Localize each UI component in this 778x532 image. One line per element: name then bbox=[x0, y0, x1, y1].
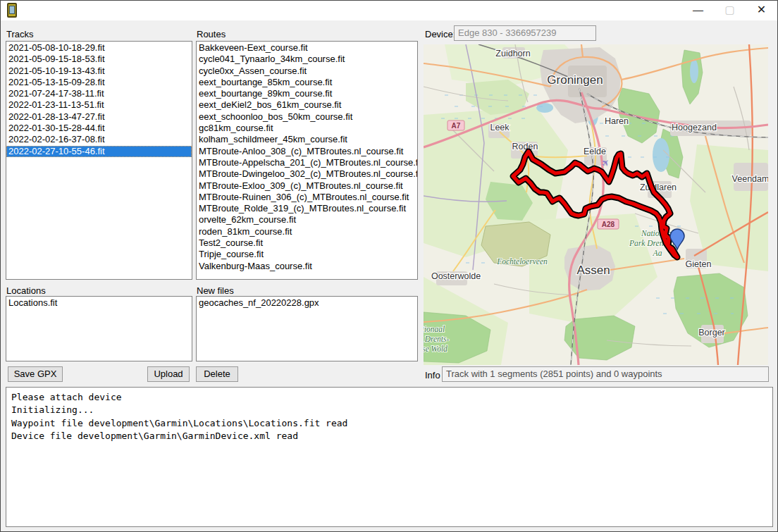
place-label: Zuidlaren bbox=[640, 183, 677, 192]
list-item[interactable]: MTBroute-Dwingeloo_302_(c)_MTBroutes.nl_… bbox=[197, 168, 417, 180]
info-field: Track with 1 segments (2851 points) and … bbox=[442, 366, 769, 382]
list-item[interactable]: cycle041_Tynaarlo_34km_course.fit bbox=[197, 54, 417, 65]
new-files-label: New files bbox=[197, 285, 234, 296]
maximize-button[interactable]: ▢ bbox=[714, 1, 746, 20]
locations-label: Locations bbox=[6, 285, 46, 296]
place-label: Oosterwolde bbox=[431, 271, 481, 281]
list-item[interactable]: 2021-07-24-17-38-11.fit bbox=[6, 88, 192, 99]
map-panel[interactable]: ✈ A7A28 ZuidhornGroningenHarenHoogezandV… bbox=[424, 44, 768, 365]
list-item[interactable]: eext_deKiel2_bos_61km_course.fit bbox=[197, 99, 417, 111]
list-item[interactable]: 2022-01-28-13-47-27.fit bbox=[6, 111, 192, 123]
app-icon bbox=[7, 3, 17, 18]
list-item[interactable]: kolham_schildmeer_45km_course.fit bbox=[197, 134, 417, 145]
upload-button[interactable]: Upload bbox=[147, 366, 190, 382]
place-label: Zuidhorn bbox=[495, 49, 530, 58]
place-label: Assen bbox=[576, 264, 610, 277]
list-item[interactable]: eext_bourtange_85km_course.fit bbox=[197, 77, 417, 88]
place-label: Hoogezand bbox=[672, 123, 717, 132]
place-label: Eelde bbox=[584, 147, 606, 156]
list-item[interactable]: MTBroute-Anloo_308_(c)_MTBroutes.nl_cour… bbox=[197, 146, 417, 157]
list-item[interactable]: 2021-05-13-15-09-28.fit bbox=[6, 77, 192, 88]
close-button[interactable]: ✕ bbox=[746, 1, 777, 20]
map-lake bbox=[653, 138, 669, 172]
list-item[interactable]: 2022-01-30-15-28-44.fit bbox=[6, 123, 192, 134]
park-label: Fochteloerveen bbox=[496, 257, 548, 266]
list-item[interactable]: Test2_course.fit bbox=[197, 237, 417, 249]
map-forest bbox=[618, 88, 660, 143]
list-item[interactable]: Tripje_course.fit bbox=[197, 249, 417, 260]
list-item[interactable]: MTBroute-Exloo_309_(c)_MTBroutes.nl_cour… bbox=[197, 180, 417, 192]
park-label: tionaal bbox=[424, 325, 445, 333]
park-label: se Wold bbox=[424, 345, 447, 353]
log-line: Please attach device bbox=[11, 391, 767, 404]
list-item[interactable]: geocaches_nf_20220228.gpx bbox=[197, 297, 417, 309]
list-item[interactable]: 2021-05-09-15-18-53.fit bbox=[6, 54, 192, 65]
info-label: Info bbox=[425, 370, 440, 381]
list-item[interactable]: eext_schoonloo_bos_50km_course.fit bbox=[197, 111, 417, 123]
list-item[interactable]: 2022-01-23-11-13-51.fit bbox=[6, 99, 192, 111]
road-badge-label: A7 bbox=[452, 122, 461, 130]
delete-button[interactable]: Delete bbox=[196, 366, 238, 382]
locations-list[interactable]: Locations.fit bbox=[6, 296, 192, 361]
park-label: Aa bbox=[653, 249, 662, 257]
routes-list[interactable]: Bakkeveen-Eext_course.fitcycle041_Tynaar… bbox=[196, 41, 418, 280]
list-item[interactable]: MTBroute-Appelscha_201_(c)_MTBroutes.nl_… bbox=[197, 157, 417, 168]
device-field: Edge 830 - 3366957239 bbox=[454, 25, 596, 41]
road-badge-label: A28 bbox=[602, 221, 615, 228]
list-item[interactable]: Bakkeveen-Eext_course.fit bbox=[197, 42, 417, 54]
tracks-list[interactable]: 2021-05-08-10-18-29.fit2021-05-09-15-18-… bbox=[6, 41, 192, 280]
device-label: Device: bbox=[425, 29, 455, 39]
minimize-button[interactable]: — bbox=[682, 1, 714, 20]
routes-label: Routes bbox=[197, 29, 226, 39]
place-label: Groningen bbox=[547, 73, 603, 87]
tracks-label: Tracks bbox=[6, 29, 34, 39]
log-line: Waypoint file development\Garmin\Locatio… bbox=[11, 417, 767, 430]
list-item[interactable]: cycle0xx_Assen_course.fit bbox=[197, 66, 417, 77]
new-files-list[interactable]: geocaches_nf_20220228.gpx bbox=[196, 296, 418, 361]
place-label: Haren bbox=[605, 116, 629, 126]
map-lake bbox=[690, 59, 698, 83]
list-item[interactable]: 2021-05-10-19-13-43.fit bbox=[6, 66, 192, 77]
titlebar: — ▢ ✕ bbox=[1, 1, 777, 20]
log-line: Initializing... bbox=[11, 404, 767, 416]
log-line: Device file development\Garmin\GarminDev… bbox=[11, 430, 767, 443]
list-item[interactable]: eext_bourtange_89km_course.fit bbox=[197, 88, 417, 99]
list-item[interactable]: Locations.fit bbox=[6, 297, 192, 309]
save-gpx-button[interactable]: Save GPX bbox=[8, 366, 63, 382]
list-item[interactable]: MTBroute_Rolde_319_(c)_MTBroutes.nl_cour… bbox=[197, 203, 417, 214]
list-item[interactable]: 2022-02-02-16-37-08.fit bbox=[6, 134, 192, 145]
place-label: Veendam bbox=[732, 174, 768, 184]
list-item[interactable]: gc81km_course.fit bbox=[197, 123, 417, 134]
place-label: Roden bbox=[512, 142, 538, 151]
place-label: Gieten bbox=[686, 259, 712, 269]
list-item[interactable]: Valkenburg-Maas_course.fit bbox=[197, 261, 417, 272]
map-canvas: ✈ A7A28 ZuidhornGroningenHarenHoogezandV… bbox=[424, 44, 768, 365]
log-output[interactable]: Please attach deviceInitializing...Waypo… bbox=[6, 387, 773, 527]
list-item[interactable]: 2022-02-27-10-55-46.fit bbox=[6, 146, 192, 157]
list-item[interactable]: 2021-05-08-10-18-29.fit bbox=[6, 42, 192, 54]
list-item[interactable]: MTBroute-Ruinen_306_(c)_MTBroutes.nl_cou… bbox=[197, 192, 417, 203]
place-label: Leek bbox=[490, 123, 510, 132]
app-window: — ▢ ✕ Tracks Routes Device: Locations Ne… bbox=[0, 0, 778, 532]
list-item[interactable]: roden_81km_course.fit bbox=[197, 226, 417, 237]
list-item[interactable]: orvelte_62km_course.fit bbox=[197, 214, 417, 225]
place-label: Borger bbox=[698, 328, 725, 338]
park-label: k Drents- bbox=[424, 335, 450, 343]
